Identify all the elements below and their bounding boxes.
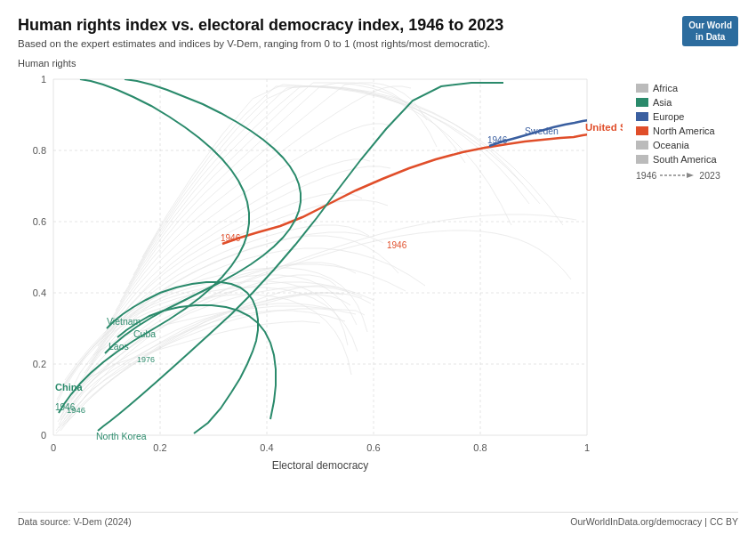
footer-source: Data source: V-Dem (2024) xyxy=(18,516,132,527)
svg-text:0.4: 0.4 xyxy=(260,442,273,453)
sweden-label: Sweden xyxy=(525,125,559,136)
us-1946-label: 1946 xyxy=(221,233,241,243)
africa-swatch xyxy=(636,84,648,93)
svg-text:0.6: 0.6 xyxy=(366,442,380,453)
legend-item-southamerica: South America xyxy=(636,154,738,165)
africa-label: Africa xyxy=(653,83,678,93)
na-1946-label: 1946 xyxy=(387,240,407,250)
china-label: China xyxy=(55,382,83,392)
oceania-swatch xyxy=(636,141,648,150)
footer-license: OurWorldInData.org/democracy | CC BY xyxy=(570,516,738,527)
svg-text:0.6: 0.6 xyxy=(33,216,46,227)
svg-text:1: 1 xyxy=(584,442,590,453)
southamerica-swatch xyxy=(636,155,648,164)
northamerica-label: North America xyxy=(653,125,715,136)
cuba-1976-label: 1976 xyxy=(137,355,155,364)
legend-item-oceania: Oceania xyxy=(636,140,738,150)
northamerica-swatch xyxy=(636,126,648,135)
us-country-label: United States xyxy=(585,122,623,133)
legend-item-europe: Europe xyxy=(636,111,738,122)
asia-label: Asia xyxy=(653,97,672,108)
svg-text:0.4: 0.4 xyxy=(33,287,46,298)
chart-svg: 1 0.8 0.6 0.4 0.2 0 0 0.2 0.4 0.6 0.8 1 … xyxy=(18,70,623,480)
svg-text:0.2: 0.2 xyxy=(33,359,46,369)
svg-marker-26 xyxy=(687,173,694,178)
laos-label: Laos xyxy=(109,341,129,352)
vietnam-label: Vietnam xyxy=(107,316,141,327)
oceania-label: Oceania xyxy=(653,140,689,150)
nkorea-label: North Korea xyxy=(96,431,147,441)
svg-text:0.2: 0.2 xyxy=(153,442,166,453)
europe-swatch xyxy=(636,112,648,121)
svg-text:0.8: 0.8 xyxy=(473,442,487,453)
legend-direction: 1946 2023 xyxy=(636,170,738,181)
sweden-1946-label: 1946 xyxy=(487,135,508,145)
legend-item-africa: Africa xyxy=(636,83,738,93)
svg-text:0: 0 xyxy=(51,442,56,453)
asia-1946-label: 1946 xyxy=(67,405,85,415)
x-axis-label-text: Electoral democracy xyxy=(272,459,369,472)
legend-year-start: 1946 xyxy=(636,170,656,181)
svg-text:1: 1 xyxy=(41,74,46,85)
legend: Africa Asia Europe North America Oceania… xyxy=(636,70,738,181)
chart-footer: Data source: V-Dem (2024) OurWorldInData… xyxy=(18,512,738,527)
chart-subtitle: Based on the expert estimates and indice… xyxy=(18,38,738,49)
nkorea-path xyxy=(98,83,503,431)
svg-text:0: 0 xyxy=(41,430,46,441)
svg-rect-0 xyxy=(53,79,587,435)
legend-item-asia: Asia xyxy=(636,97,738,108)
y-axis-label: Human rights xyxy=(18,58,738,69)
legend-year-end: 2023 xyxy=(699,170,720,181)
chart-title: Human rights index vs. electoral democra… xyxy=(18,16,738,35)
owid-badge: Our World in Data xyxy=(682,16,738,46)
svg-text:0.8: 0.8 xyxy=(33,145,46,156)
southamerica-label: South America xyxy=(653,154,717,165)
page-container: Our World in Data Human rights index vs.… xyxy=(0,0,756,534)
legend-item-northamerica: North America xyxy=(636,125,738,136)
asia-swatch xyxy=(636,98,648,107)
europe-label: Europe xyxy=(653,111,684,122)
